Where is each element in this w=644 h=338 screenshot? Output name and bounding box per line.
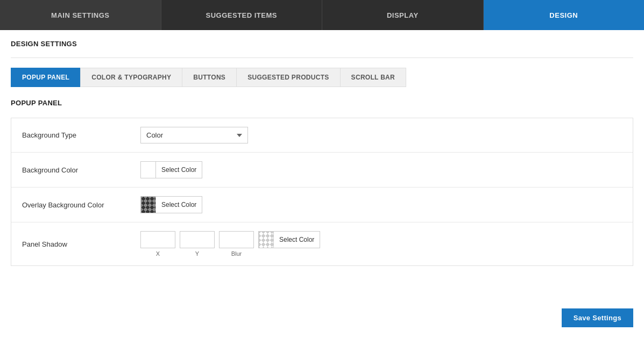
color-swatch-overlay [141, 197, 156, 213]
label-overlay-color: Overlay Background Color [22, 201, 140, 209]
setting-row-overlay-color: Overlay Background Color Select Color [11, 188, 633, 222]
shadow-blur-label: Blur [231, 250, 242, 257]
setting-row-panel-shadow: Panel Shadow X Y Blur [11, 222, 633, 265]
shadow-y-input[interactable] [180, 231, 215, 248]
color-swatch-background [141, 162, 156, 178]
color-label-shadow: Select Color [274, 236, 320, 243]
sub-tab-popup-panel[interactable]: POPUP PANEL [11, 68, 80, 87]
save-btn-container: Save Settings [562, 300, 633, 333]
control-overlay-color: Select Color [140, 196, 202, 213]
label-background-color: Background Color [22, 166, 140, 174]
control-background-color: Select Color [140, 161, 202, 178]
shadow-blur-group: Blur [219, 231, 254, 257]
sub-tab-suggested-products[interactable]: SUGGESTED PRODUCTS [236, 68, 339, 87]
setting-row-background-type: Background Type Color Gradient Image [11, 118, 633, 153]
sub-tab-buttons[interactable]: BUTTONS [182, 68, 236, 87]
sub-tab-scroll-bar[interactable]: SCROLL BAR [340, 68, 406, 87]
tab-display[interactable]: DISPLAY [322, 0, 484, 30]
color-picker-overlay[interactable]: Select Color [140, 196, 202, 213]
color-picker-background[interactable]: Select Color [140, 161, 202, 178]
save-settings-button[interactable]: Save Settings [562, 308, 633, 327]
setting-row-background-color: Background Color Select Color [11, 153, 633, 188]
sub-tab-color-typography[interactable]: COLOR & TYPOGRAPHY [80, 68, 182, 87]
color-swatch-shadow [259, 232, 274, 248]
control-background-type: Color Gradient Image [140, 127, 248, 143]
tab-suggested-items[interactable]: SUGGESTED ITEMS [161, 0, 323, 30]
control-panel-shadow: X Y Blur Select Color [140, 231, 320, 257]
settings-area: Background Type Color Gradient Image Bac… [11, 118, 633, 266]
color-picker-shadow[interactable]: Select Color [258, 231, 320, 248]
shadow-y-label: Y [195, 250, 199, 257]
shadow-y-group: Y [180, 231, 215, 257]
shadow-x-input[interactable] [140, 231, 175, 248]
label-panel-shadow: Panel Shadow [22, 240, 140, 248]
color-label-overlay: Select Color [156, 201, 202, 208]
shadow-x-group: X [140, 231, 175, 257]
shadow-inputs-row: X Y Blur Select Color [140, 231, 320, 257]
tab-main-settings[interactable]: MAIN SETTINGS [0, 0, 161, 30]
tab-design[interactable]: DESIGN [484, 0, 645, 30]
shadow-x-label: X [156, 250, 160, 257]
shadow-color-group: Select Color [258, 231, 320, 248]
panel-title: POPUP PANEL [11, 99, 633, 107]
shadow-blur-input[interactable] [219, 231, 254, 248]
top-navigation: MAIN SETTINGS SUGGESTED ITEMS DISPLAY DE… [0, 0, 644, 30]
select-background-type[interactable]: Color Gradient Image [140, 127, 248, 143]
page-section-title: DESIGN SETTINGS [11, 40, 633, 48]
label-background-type: Background Type [22, 131, 140, 139]
page-content: DESIGN SETTINGS POPUP PANEL COLOR & TYPO… [0, 30, 644, 338]
color-label-background: Select Color [156, 166, 202, 174]
section-divider [11, 57, 633, 58]
sub-tab-bar: POPUP PANEL COLOR & TYPOGRAPHY BUTTONS S… [11, 68, 633, 87]
